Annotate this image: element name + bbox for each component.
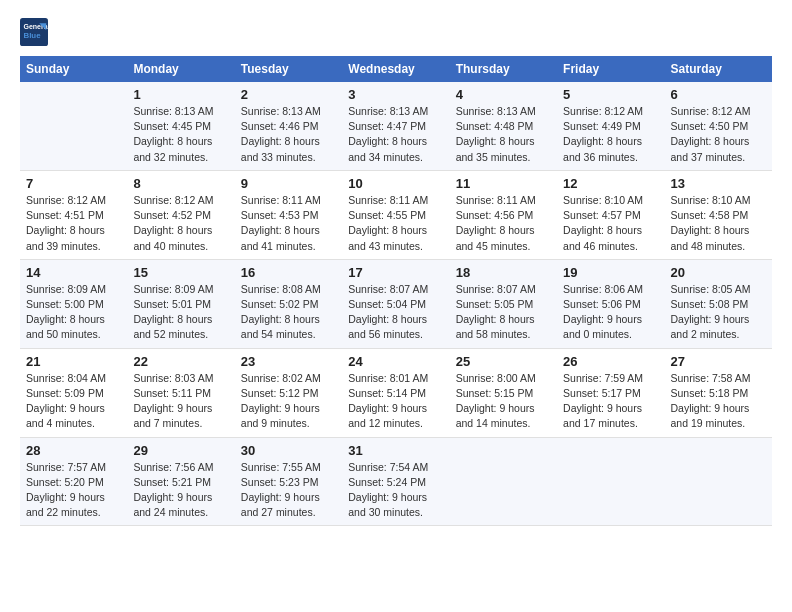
cell-content: Sunrise: 7:54 AMSunset: 5:24 PMDaylight:… (348, 460, 443, 521)
daylight-label: Daylight: 8 hours and 34 minutes. (348, 135, 427, 162)
daylight-label: Daylight: 8 hours and 46 minutes. (563, 224, 642, 251)
day-number: 16 (241, 265, 336, 280)
sunset-label: Sunset: 4:45 PM (133, 120, 211, 132)
sunrise-label: Sunrise: 8:09 AM (26, 283, 106, 295)
week-row-3: 14Sunrise: 8:09 AMSunset: 5:00 PMDayligh… (20, 259, 772, 348)
calendar-cell: 16Sunrise: 8:08 AMSunset: 5:02 PMDayligh… (235, 259, 342, 348)
col-header-thursday: Thursday (450, 56, 557, 82)
day-number: 15 (133, 265, 228, 280)
cell-content: Sunrise: 7:58 AMSunset: 5:18 PMDaylight:… (671, 371, 766, 432)
calendar-table: SundayMondayTuesdayWednesdayThursdayFrid… (20, 56, 772, 526)
calendar-cell: 1Sunrise: 8:13 AMSunset: 4:45 PMDaylight… (127, 82, 234, 170)
daylight-label: Daylight: 9 hours and 0 minutes. (563, 313, 642, 340)
calendar-cell: 7Sunrise: 8:12 AMSunset: 4:51 PMDaylight… (20, 170, 127, 259)
calendar-cell: 27Sunrise: 7:58 AMSunset: 5:18 PMDayligh… (665, 348, 772, 437)
col-header-friday: Friday (557, 56, 664, 82)
daylight-label: Daylight: 8 hours and 36 minutes. (563, 135, 642, 162)
day-number: 21 (26, 354, 121, 369)
sunrise-label: Sunrise: 7:55 AM (241, 461, 321, 473)
sunset-label: Sunset: 5:17 PM (563, 387, 641, 399)
calendar-cell: 13Sunrise: 8:10 AMSunset: 4:58 PMDayligh… (665, 170, 772, 259)
day-number: 25 (456, 354, 551, 369)
cell-content: Sunrise: 8:13 AMSunset: 4:45 PMDaylight:… (133, 104, 228, 165)
calendar-cell: 17Sunrise: 8:07 AMSunset: 5:04 PMDayligh… (342, 259, 449, 348)
daylight-label: Daylight: 8 hours and 54 minutes. (241, 313, 320, 340)
sunset-label: Sunset: 5:23 PM (241, 476, 319, 488)
cell-content: Sunrise: 8:02 AMSunset: 5:12 PMDaylight:… (241, 371, 336, 432)
calendar-cell: 20Sunrise: 8:05 AMSunset: 5:08 PMDayligh… (665, 259, 772, 348)
cell-content: Sunrise: 8:07 AMSunset: 5:05 PMDaylight:… (456, 282, 551, 343)
sunset-label: Sunset: 5:09 PM (26, 387, 104, 399)
daylight-label: Daylight: 9 hours and 22 minutes. (26, 491, 105, 518)
sunset-label: Sunset: 4:56 PM (456, 209, 534, 221)
calendar-cell (665, 437, 772, 526)
day-number: 3 (348, 87, 443, 102)
sunrise-label: Sunrise: 8:04 AM (26, 372, 106, 384)
day-number: 4 (456, 87, 551, 102)
sunset-label: Sunset: 5:01 PM (133, 298, 211, 310)
calendar-cell: 15Sunrise: 8:09 AMSunset: 5:01 PMDayligh… (127, 259, 234, 348)
header: General Blue (20, 18, 772, 46)
sunset-label: Sunset: 4:50 PM (671, 120, 749, 132)
cell-content: Sunrise: 7:59 AMSunset: 5:17 PMDaylight:… (563, 371, 658, 432)
calendar-cell: 19Sunrise: 8:06 AMSunset: 5:06 PMDayligh… (557, 259, 664, 348)
sunrise-label: Sunrise: 8:03 AM (133, 372, 213, 384)
day-number: 18 (456, 265, 551, 280)
day-number: 24 (348, 354, 443, 369)
cell-content: Sunrise: 8:06 AMSunset: 5:06 PMDaylight:… (563, 282, 658, 343)
cell-content: Sunrise: 8:12 AMSunset: 4:49 PMDaylight:… (563, 104, 658, 165)
cell-content: Sunrise: 7:57 AMSunset: 5:20 PMDaylight:… (26, 460, 121, 521)
sunset-label: Sunset: 5:08 PM (671, 298, 749, 310)
cell-content: Sunrise: 8:03 AMSunset: 5:11 PMDaylight:… (133, 371, 228, 432)
daylight-label: Daylight: 9 hours and 19 minutes. (671, 402, 750, 429)
sunrise-label: Sunrise: 8:11 AM (456, 194, 536, 206)
sunset-label: Sunset: 5:05 PM (456, 298, 534, 310)
sunset-label: Sunset: 4:46 PM (241, 120, 319, 132)
daylight-label: Daylight: 8 hours and 32 minutes. (133, 135, 212, 162)
calendar-cell: 2Sunrise: 8:13 AMSunset: 4:46 PMDaylight… (235, 82, 342, 170)
sunrise-label: Sunrise: 8:09 AM (133, 283, 213, 295)
daylight-label: Daylight: 8 hours and 52 minutes. (133, 313, 212, 340)
calendar-cell (450, 437, 557, 526)
cell-content: Sunrise: 8:10 AMSunset: 4:58 PMDaylight:… (671, 193, 766, 254)
day-number: 5 (563, 87, 658, 102)
day-number: 26 (563, 354, 658, 369)
calendar-cell: 29Sunrise: 7:56 AMSunset: 5:21 PMDayligh… (127, 437, 234, 526)
logo: General Blue (20, 18, 52, 46)
cell-content: Sunrise: 8:07 AMSunset: 5:04 PMDaylight:… (348, 282, 443, 343)
sunset-label: Sunset: 4:55 PM (348, 209, 426, 221)
calendar-cell: 21Sunrise: 8:04 AMSunset: 5:09 PMDayligh… (20, 348, 127, 437)
cell-content: Sunrise: 8:12 AMSunset: 4:52 PMDaylight:… (133, 193, 228, 254)
cell-content: Sunrise: 8:10 AMSunset: 4:57 PMDaylight:… (563, 193, 658, 254)
daylight-label: Daylight: 9 hours and 12 minutes. (348, 402, 427, 429)
svg-text:Blue: Blue (24, 31, 42, 40)
sunrise-label: Sunrise: 8:13 AM (348, 105, 428, 117)
sunrise-label: Sunrise: 8:11 AM (241, 194, 321, 206)
calendar-cell (557, 437, 664, 526)
day-number: 20 (671, 265, 766, 280)
sunset-label: Sunset: 4:58 PM (671, 209, 749, 221)
sunset-label: Sunset: 4:49 PM (563, 120, 641, 132)
sunset-label: Sunset: 5:15 PM (456, 387, 534, 399)
sunset-label: Sunset: 5:14 PM (348, 387, 426, 399)
calendar-cell: 23Sunrise: 8:02 AMSunset: 5:12 PMDayligh… (235, 348, 342, 437)
sunrise-label: Sunrise: 7:58 AM (671, 372, 751, 384)
daylight-label: Daylight: 8 hours and 35 minutes. (456, 135, 535, 162)
calendar-cell: 14Sunrise: 8:09 AMSunset: 5:00 PMDayligh… (20, 259, 127, 348)
sunrise-label: Sunrise: 8:12 AM (133, 194, 213, 206)
daylight-label: Daylight: 9 hours and 30 minutes. (348, 491, 427, 518)
day-number: 29 (133, 443, 228, 458)
daylight-label: Daylight: 8 hours and 40 minutes. (133, 224, 212, 251)
cell-content: Sunrise: 8:05 AMSunset: 5:08 PMDaylight:… (671, 282, 766, 343)
cell-content: Sunrise: 7:56 AMSunset: 5:21 PMDaylight:… (133, 460, 228, 521)
calendar-cell: 31Sunrise: 7:54 AMSunset: 5:24 PMDayligh… (342, 437, 449, 526)
calendar-cell: 12Sunrise: 8:10 AMSunset: 4:57 PMDayligh… (557, 170, 664, 259)
calendar-cell: 25Sunrise: 8:00 AMSunset: 5:15 PMDayligh… (450, 348, 557, 437)
sunset-label: Sunset: 4:57 PM (563, 209, 641, 221)
daylight-label: Daylight: 8 hours and 58 minutes. (456, 313, 535, 340)
sunset-label: Sunset: 5:02 PM (241, 298, 319, 310)
cell-content: Sunrise: 8:09 AMSunset: 5:01 PMDaylight:… (133, 282, 228, 343)
sunrise-label: Sunrise: 7:59 AM (563, 372, 643, 384)
day-number: 11 (456, 176, 551, 191)
daylight-label: Daylight: 9 hours and 24 minutes. (133, 491, 212, 518)
